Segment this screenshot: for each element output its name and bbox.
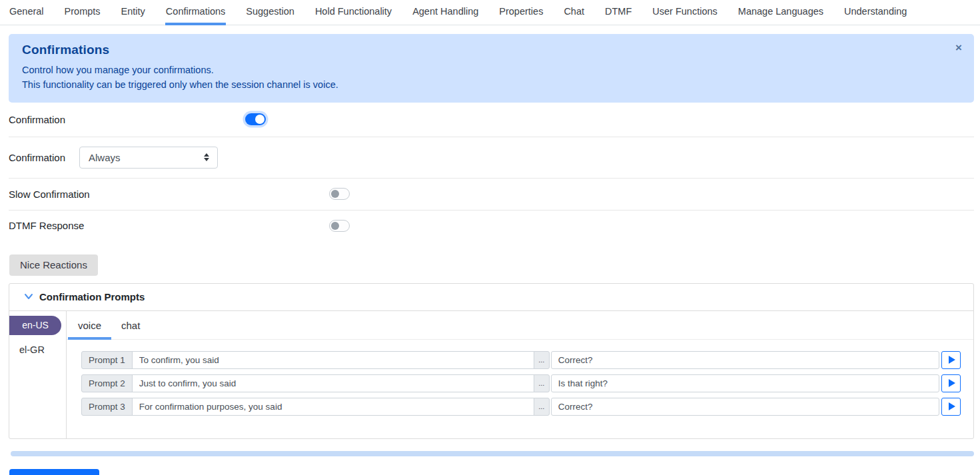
confirmation-mode-value: Always [89,152,121,163]
panel-body: en-US el-GR voice chat Prompt 1 ... Prom… [9,311,973,438]
confirmation-mode-select[interactable]: Always [79,147,218,169]
panel-title: Confirmation Prompts [39,291,145,302]
prompt-2-confirmation-input[interactable] [551,374,939,392]
prompt-rows: Prompt 1 ... Prompt 2 ... Prompt 3 [67,340,973,438]
confirmation-toggle[interactable] [245,113,266,125]
prompt-2-text-input[interactable] [132,374,534,392]
prompt-2-label: Prompt 2 [81,374,133,392]
settings-rows: Confirmation Confirmation Always Slow Co… [9,103,974,241]
tab-suggestion[interactable]: Suggestion [245,0,295,25]
channel-tab-bar: voice chat [67,311,973,340]
dtmf-response-row: DTMF Response [9,211,974,241]
slow-confirmation-label: Slow Confirmation [9,189,329,200]
dtmf-response-toggle[interactable] [329,220,350,232]
prompt-3-label: Prompt 3 [81,398,133,416]
confirmation-toggle-row: Confirmation [9,103,974,137]
language-tab-en-us[interactable]: en-US [9,316,61,335]
prompt-1-play-button[interactable] [941,351,961,369]
confirmation-toggle-label: Confirmation [9,114,245,125]
tab-understanding[interactable]: Understanding [843,0,907,25]
tab-hold-functionality[interactable]: Hold Functionality [314,0,392,25]
prompt-2-more-button[interactable]: ... [534,374,550,392]
toggle-knob [255,115,264,124]
prompt-row-3: Prompt 3 ... [81,398,961,416]
tab-chat-channel[interactable]: chat [111,318,150,340]
horizontal-scrollbar[interactable] [11,451,974,456]
tab-voice[interactable]: voice [68,318,111,340]
prompt-row-2: Prompt 2 ... [81,374,961,392]
tab-general[interactable]: General [9,0,45,25]
save-changes-button[interactable]: Save Changes [9,469,99,475]
channel-content: voice chat Prompt 1 ... Prompt 2 ... [67,311,973,438]
prompt-3-confirmation-input[interactable] [551,398,939,416]
play-icon [949,402,955,410]
banner-description-line2: This functionality can be triggered only… [22,77,961,92]
slow-confirmation-toggle[interactable] [329,188,350,200]
chevron-down-icon [24,292,33,300]
tab-chat[interactable]: Chat [563,0,585,25]
slow-confirmation-row: Slow Confirmation [9,179,974,211]
settings-tab-bar: General Prompts Entity Confirmations Sug… [0,0,980,25]
prompt-1-more-button[interactable]: ... [534,351,550,369]
confirmation-mode-row: Confirmation Always [9,137,974,179]
tab-entity[interactable]: Entity [121,0,146,25]
prompt-3-play-button[interactable] [941,398,961,416]
toggle-knob [331,222,339,230]
tab-agent-handling[interactable]: Agent Handling [412,0,479,25]
select-updown-icon [204,153,209,161]
banner-title: Confirmations [22,43,961,57]
tab-prompts[interactable]: Prompts [64,0,101,25]
language-tab-el-gr[interactable]: el-GR [9,335,66,355]
play-icon [949,379,955,387]
play-icon [949,356,955,364]
prompt-2-play-button[interactable] [941,374,961,392]
toggle-knob [331,190,339,198]
confirmations-info-banner: Confirmations Control how you manage you… [9,34,974,103]
prompt-1-confirmation-input[interactable] [551,351,939,369]
prompt-row-1: Prompt 1 ... [81,351,961,369]
nice-reactions-button[interactable]: Nice Reactions [9,254,98,276]
confirmation-prompts-panel: Confirmation Prompts en-US el-GR voice c… [9,283,974,439]
tab-properties[interactable]: Properties [498,0,544,25]
banner-description-line1: Control how you manage your confirmation… [22,63,961,77]
close-icon[interactable]: × [955,42,962,53]
tab-user-functions[interactable]: User Functions [652,0,718,25]
prompt-3-more-button[interactable]: ... [534,398,550,416]
prompt-3-text-input[interactable] [132,398,534,416]
language-sidebar: en-US el-GR [9,311,67,438]
tab-manage-languages[interactable]: Manage Languages [737,0,824,25]
dtmf-response-label: DTMF Response [9,220,329,231]
prompt-1-label: Prompt 1 [81,351,133,369]
confirmation-mode-label: Confirmation [9,152,79,163]
tab-dtmf[interactable]: DTMF [604,0,632,25]
prompt-1-text-input[interactable] [132,351,534,369]
confirmation-prompts-header[interactable]: Confirmation Prompts [9,284,973,311]
tab-confirmations[interactable]: Confirmations [165,0,226,25]
